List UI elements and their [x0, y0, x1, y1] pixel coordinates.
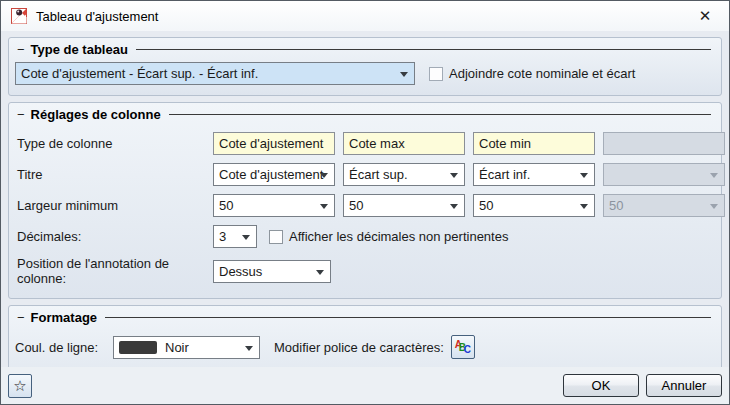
column-title-value-3: Écart inf. — [479, 167, 530, 182]
adjustment-table-dialog: Tableau d'ajustement ✕ − Type de tableau… — [0, 0, 730, 405]
column-type-input-4 — [603, 132, 725, 155]
table-type-select[interactable]: Cote d'ajustement - Écart sup. - Écart i… — [15, 62, 415, 85]
annotation-position-value: Dessus — [219, 264, 262, 279]
line-color-label: Coul. de ligne: — [15, 340, 113, 355]
show-irrelevant-decimals-checkbox[interactable]: Afficher les décimales non pertinentes — [269, 229, 508, 244]
column-title-label: Titre — [15, 167, 205, 182]
column-type-value-2: Cote max — [349, 136, 405, 151]
decimals-value: 3 — [219, 229, 226, 244]
group-column-settings-header: − Réglages de colonne — [9, 103, 721, 124]
group-column-settings-title: Réglages de colonne — [31, 107, 161, 122]
titlebar: Tableau d'ajustement ✕ — [1, 1, 729, 31]
group-rule — [136, 49, 711, 50]
chevron-down-icon — [710, 173, 718, 178]
window-title: Tableau d'ajustement — [36, 9, 158, 24]
min-width-value-3: 50 — [479, 198, 493, 213]
column-type-input-3[interactable]: Cote min — [473, 132, 595, 155]
dialog-body: − Type de tableau Cote d'ajustement - Éc… — [1, 31, 729, 399]
column-title-select-2[interactable]: Écart sup. — [343, 163, 465, 186]
row-min-width: Largeur minimum 50 50 50 50 — [9, 194, 721, 217]
chevron-down-icon — [242, 235, 250, 240]
chevron-down-icon — [320, 204, 328, 209]
star-icon: ☆ — [13, 377, 26, 395]
close-button[interactable]: ✕ — [691, 4, 719, 28]
column-type-value-3: Cote min — [479, 136, 531, 151]
group-rule — [169, 114, 711, 115]
append-nominal-label: Adjoindre cote nominale et écart — [449, 66, 635, 81]
group-column-settings: − Réglages de colonne Type de colonne Co… — [8, 102, 722, 299]
annotation-position-select[interactable]: Dessus — [213, 260, 331, 283]
column-title-select-1[interactable]: Cote d'ajustement — [213, 163, 335, 186]
group-formatting-title: Formatage — [31, 310, 97, 325]
collapse-icon[interactable]: − — [17, 310, 25, 325]
decimals-label: Décimales: — [15, 229, 205, 244]
min-width-label: Largeur minimum — [15, 198, 205, 213]
column-type-input-1[interactable]: Cote d'ajustement — [213, 132, 335, 155]
column-title-select-4 — [603, 163, 725, 186]
min-width-value-1: 50 — [219, 198, 233, 213]
chevron-down-icon — [450, 204, 458, 209]
annotation-position-label: Position de l'annotation de colonne: — [15, 256, 205, 286]
row-line-color: Coul. de ligne: Noir Modifier police de … — [9, 335, 721, 359]
modify-font-label: Modifier police de caractères: — [274, 340, 444, 355]
chevron-down-icon — [316, 270, 324, 275]
collapse-icon[interactable]: − — [17, 42, 25, 57]
min-width-select-4: 50 — [603, 194, 725, 217]
column-type-value-1: Cote d'ajustement — [219, 136, 323, 151]
row-decimals: Décimales: 3 Afficher les décimales non … — [9, 225, 721, 248]
group-table-type: − Type de tableau Cote d'ajustement - Éc… — [8, 37, 722, 96]
min-width-value-2: 50 — [349, 198, 363, 213]
column-type-label: Type de colonne — [15, 136, 205, 151]
font-abc-icon: ABC — [455, 340, 471, 355]
column-type-input-2[interactable]: Cote max — [343, 132, 465, 155]
chevron-down-icon — [580, 204, 588, 209]
chevron-down-icon — [400, 72, 408, 77]
chevron-down-icon — [580, 173, 588, 178]
app-icon — [11, 8, 27, 24]
checkbox-icon — [269, 230, 283, 244]
column-title-select-3[interactable]: Écart inf. — [473, 163, 595, 186]
close-icon: ✕ — [699, 7, 712, 25]
min-width-select-1[interactable]: 50 — [213, 194, 335, 217]
favorite-button[interactable]: ☆ — [8, 374, 32, 398]
table-type-selected-value: Cote d'ajustement - Écart sup. - Écart i… — [21, 66, 258, 81]
collapse-icon[interactable]: − — [17, 107, 25, 122]
column-title-value-2: Écart sup. — [349, 167, 408, 182]
checkbox-icon — [429, 67, 443, 81]
line-color-value: Noir — [165, 340, 189, 355]
min-width-select-3[interactable]: 50 — [473, 194, 595, 217]
show-irrelevant-decimals-label: Afficher les décimales non pertinentes — [289, 229, 508, 244]
append-nominal-checkbox[interactable]: Adjoindre cote nominale et écart — [429, 66, 635, 81]
footer: ☆ OK Annuler — [1, 367, 729, 404]
group-formatting-header: − Formatage — [9, 306, 721, 327]
min-width-value-4: 50 — [609, 198, 623, 213]
row-column-title: Titre Cote d'ajustement Écart sup. Écart… — [9, 163, 721, 186]
chevron-down-icon — [710, 204, 718, 209]
group-rule — [105, 317, 711, 318]
line-color-select[interactable]: Noir — [113, 336, 260, 359]
chevron-down-icon — [450, 173, 458, 178]
color-swatch — [119, 341, 157, 354]
decimals-select[interactable]: 3 — [213, 225, 257, 248]
modify-font-button[interactable]: ABC — [451, 335, 475, 359]
group-table-type-title: Type de tableau — [31, 42, 128, 57]
chevron-down-icon — [320, 173, 328, 178]
cancel-button[interactable]: Annuler — [646, 374, 722, 397]
row-column-type: Type de colonne Cote d'ajustement Cote m… — [9, 132, 721, 155]
min-width-select-2[interactable]: 50 — [343, 194, 465, 217]
ok-button[interactable]: OK — [563, 374, 639, 397]
chevron-down-icon — [245, 346, 253, 351]
column-title-value-1: Cote d'ajustement — [219, 167, 323, 182]
group-table-type-header: − Type de tableau — [9, 38, 721, 59]
row-annotation-position: Position de l'annotation de colonne: Des… — [9, 256, 721, 286]
